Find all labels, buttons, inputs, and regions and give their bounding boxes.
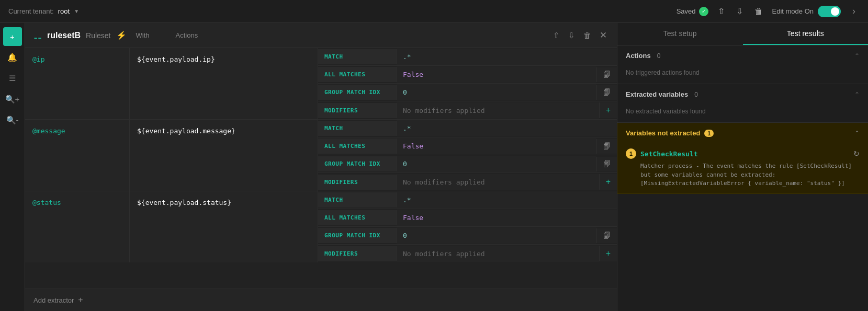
section-extracted-count: 0	[694, 91, 698, 98]
upload-icon[interactable]: ⇧	[551, 29, 561, 42]
setting-allmatches-status: ALL MATCHES False	[318, 209, 617, 227]
sidebar-icons: + 🔔 ☰ 🔍+ 🔍-	[0, 23, 25, 311]
top-bar: Current tenant: root ▼ Saved ✓ ⇧ ⇩ 🗑 Edi…	[0, 0, 868, 23]
no-extracted-message: No extracted variables found	[626, 108, 706, 115]
tenant-value: root	[58, 7, 70, 15]
section-actions-header[interactable]: Actions 0 ⌃	[617, 45, 868, 66]
copy2-msg-icon[interactable]: 🗐	[601, 159, 613, 169]
delete-row-icon[interactable]: 🗑	[582, 29, 593, 41]
content-area: ⚋ rulesetB Ruleset ⚡ With Actions ⇧ ⇩ 🗑 …	[25, 23, 617, 311]
add-modifier-status-icon[interactable]: +	[604, 248, 613, 259]
extractor-settings-message: MATCH .* ALL MATCHES False 🗐 GROUP MATCH…	[318, 120, 617, 191]
setting-val-match-msg: .*	[397, 120, 617, 136]
download-icon[interactable]: ⇩	[567, 29, 577, 42]
vars-not-extracted-title: Variables not extracted	[626, 129, 700, 137]
edit-mode-switch[interactable]	[818, 6, 841, 17]
setting-key-modifiers: MODIFIERS	[318, 103, 397, 118]
setting-allmatches-ip: ALL MATCHES False 🗐	[318, 66, 617, 84]
var-item-header: 1 SetCheckResult ↻	[626, 148, 860, 159]
section-actions-chevron-icon: ⌃	[854, 52, 860, 60]
setting-modifiers-status: MODIFIERS No modifiers applied +	[318, 245, 617, 262]
close-icon[interactable]: ✕	[598, 28, 608, 42]
extractor-table: @ip ${event.payload.ip} MATCH .* ALL MAT…	[25, 48, 617, 289]
setting-key-groupmatch: GROUP MATCH IDX	[318, 85, 397, 100]
var-item-action-icon[interactable]: ↻	[853, 149, 860, 158]
setting-action-copy2-msg: 🗐	[596, 157, 617, 171]
export-icon[interactable]: ⇧	[716, 4, 727, 18]
setting-key-match-msg: MATCH	[318, 121, 397, 136]
setting-val-groupmatch-msg: 0	[397, 156, 596, 172]
copy2-icon[interactable]: 🗐	[601, 87, 613, 98]
section-vars-not-extracted-header[interactable]: Variables not extracted 1 ⌃	[617, 123, 868, 143]
shield-icon: ⚋	[33, 30, 42, 41]
extractor-settings-ip: MATCH .* ALL MATCHES False 🗐 GROUP MATCH…	[318, 48, 617, 119]
add-modifier-msg-icon[interactable]: +	[604, 176, 613, 188]
setting-match-status: MATCH .*	[318, 191, 617, 209]
edit-mode-label: Edit mode On	[772, 7, 814, 15]
setting-val-allmatches-status: False	[397, 210, 617, 226]
setting-val-match-status: .*	[397, 192, 617, 208]
list-icon[interactable]: ☰	[3, 69, 22, 88]
extractor-name-ip: @ip	[25, 48, 130, 119]
add-icon[interactable]: +	[3, 27, 22, 46]
tab-test-setup[interactable]: Test setup	[617, 23, 743, 45]
warning-icon: 1	[626, 148, 636, 159]
extractor-value-message: ${event.payload.message}	[130, 120, 318, 191]
add-modifier-icon[interactable]: +	[604, 105, 613, 116]
saved-label: Saved	[677, 7, 696, 15]
tenant-chevron-icon[interactable]: ▼	[74, 8, 79, 14]
setting-match-msg: MATCH .*	[318, 120, 617, 137]
setting-key-modifiers-status: MODIFIERS	[318, 246, 397, 261]
top-bar-actions: Saved ✓ ⇧ ⇩ 🗑 Edit mode On ›	[677, 4, 860, 19]
delete-icon[interactable]: 🗑	[752, 5, 765, 18]
main-layout: + 🔔 ☰ 🔍+ 🔍- ⚋ rulesetB Ruleset ⚡ With Ac…	[0, 23, 868, 311]
setting-groupmatch-status: GROUP MATCH IDX 0 🗐	[318, 227, 617, 245]
var-item-description: Matcher process - The event matches the …	[626, 162, 860, 188]
copy-status-icon[interactable]: 🗐	[601, 231, 613, 241]
section-extracted-title: Extracted variables	[626, 90, 688, 98]
setting-val-modifiers: No modifiers applied	[397, 102, 599, 119]
setting-val-groupmatch: 0	[397, 84, 596, 100]
right-panel-content: Actions 0 ⌃ No triggered actions found E…	[617, 45, 868, 311]
setting-modifiers-msg: MODIFIERS No modifiers applied +	[318, 173, 617, 191]
setting-val-match: .*	[397, 49, 617, 65]
alert-icon[interactable]: 🔔	[3, 48, 22, 67]
ruleset-type: Ruleset	[86, 31, 110, 40]
vars-not-extracted-chevron-icon: ⌃	[854, 130, 860, 137]
setting-action-plus-status: +	[599, 246, 617, 261]
setting-action-copy: 🗐	[596, 67, 617, 82]
zoom-out-icon[interactable]: 🔍-	[3, 111, 22, 130]
ruleset-header: ⚋ rulesetB Ruleset ⚡ With Actions ⇧ ⇩ 🗑 …	[25, 23, 617, 48]
setting-key-allmatches-status: ALL MATCHES	[318, 210, 397, 225]
add-extractor-bar[interactable]: Add extractor +	[25, 289, 617, 311]
extractor-name-status: @status	[25, 191, 130, 262]
section-vars-not-extracted: Variables not extracted 1 ⌃ 1 SetCheckRe…	[617, 123, 868, 194]
extractor-settings-status: MATCH .* ALL MATCHES False GROUP MATCH I…	[318, 191, 617, 262]
no-actions-message: No triggered actions found	[626, 69, 700, 76]
setting-val-modifiers-msg: No modifiers applied	[397, 174, 599, 190]
tenant-info: Current tenant: root ▼	[8, 7, 79, 15]
tab-test-results[interactable]: Test results	[743, 23, 869, 45]
table-row: @message ${event.payload.message} MATCH …	[25, 120, 617, 191]
table-row: @ip ${event.payload.ip} MATCH .* ALL MAT…	[25, 48, 617, 120]
tenant-label: Current tenant:	[8, 7, 54, 15]
setting-action-copy-status: 🗐	[596, 228, 617, 243]
setting-action-plus: +	[599, 102, 617, 118]
var-item: 1 SetCheckResult ↻ Matcher process - The…	[617, 143, 868, 193]
with-label: With	[136, 31, 150, 39]
download-icon[interactable]: ⇩	[734, 4, 745, 18]
copy-icon[interactable]: 🗐	[601, 70, 613, 80]
copy-msg-icon[interactable]: 🗐	[601, 141, 613, 152]
setting-val-allmatches: False	[397, 66, 596, 83]
ruleset-header-actions: ⇧ ⇩ 🗑 ✕	[551, 28, 608, 42]
zoom-in-icon[interactable]: 🔍+	[3, 90, 22, 109]
extractor-value-status: ${event.payload.status}	[130, 191, 318, 262]
section-extracted-vars-header[interactable]: Extracted variables 0 ⌃	[617, 84, 868, 105]
setting-groupmatch-msg: GROUP MATCH IDX 0 🗐	[318, 155, 617, 173]
section-extracted-chevron-icon: ⌃	[854, 91, 860, 98]
vars-not-extracted-count: 1	[704, 130, 714, 137]
setting-modifiers-ip: MODIFIERS No modifiers applied +	[318, 101, 617, 119]
setting-key-modifiers-msg: MODIFIERS	[318, 175, 397, 190]
expand-icon[interactable]: ›	[848, 4, 860, 19]
extractor-name-message: @message	[25, 120, 130, 191]
